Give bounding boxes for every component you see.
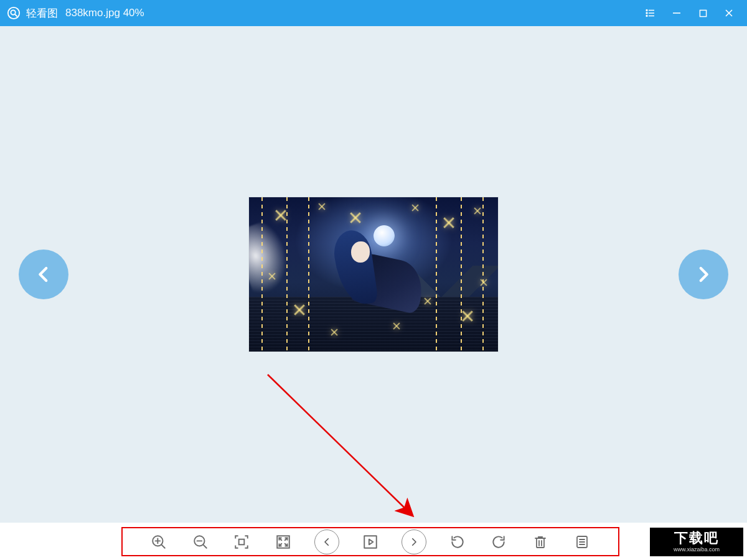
- chevron-right-icon: [408, 536, 420, 548]
- rotate-right-button[interactable]: [488, 531, 509, 553]
- fullscreen-icon: [275, 534, 291, 550]
- zoom-in-icon: [151, 534, 167, 550]
- image-viewport[interactable]: [0, 26, 747, 523]
- more-button[interactable]: [571, 531, 593, 553]
- minimize-button[interactable]: [664, 0, 690, 26]
- svg-marker-28: [369, 539, 374, 544]
- chevron-left-icon: [321, 536, 332, 548]
- play-icon: [362, 534, 378, 550]
- svg-line-15: [161, 544, 164, 548]
- svg-point-5: [646, 12, 647, 14]
- rotate-ccw-icon: [449, 534, 466, 550]
- maximize-button[interactable]: [690, 0, 716, 26]
- titlebar: 轻看图 838kmo.jpg 40%: [0, 0, 747, 26]
- delete-button[interactable]: [530, 531, 551, 553]
- toolbar: [121, 527, 619, 556]
- zoom-out-icon: [192, 534, 209, 550]
- slideshow-button[interactable]: [360, 531, 381, 553]
- toolbar-next-button[interactable]: [402, 530, 426, 554]
- svg-point-3: [646, 10, 647, 11]
- toolbar-prev-button[interactable]: [314, 530, 339, 554]
- watermark: 下载吧 www.xiazaiba.com: [650, 528, 743, 556]
- zoom-out-button[interactable]: [190, 531, 211, 553]
- app-logo-icon: [6, 6, 21, 21]
- image-preview: [249, 197, 498, 352]
- svg-point-1: [11, 10, 15, 14]
- fullscreen-button[interactable]: [273, 531, 294, 553]
- app-name: 轻看图: [26, 6, 58, 21]
- chevron-right-icon: [693, 264, 714, 285]
- bottom-bar: 下载吧 www.xiazaiba.com: [0, 523, 747, 560]
- prev-image-button[interactable]: [19, 250, 68, 299]
- close-button[interactable]: [716, 0, 742, 26]
- zoom-level: 40%: [123, 7, 144, 19]
- svg-line-2: [15, 14, 17, 17]
- svg-point-7: [646, 16, 647, 17]
- zoom-in-button[interactable]: [148, 531, 169, 553]
- actual-size-button[interactable]: [231, 531, 252, 553]
- fit-icon: [233, 534, 250, 550]
- file-info: 838kmo.jpg 40%: [65, 7, 144, 19]
- menu-button[interactable]: [637, 0, 664, 26]
- svg-rect-27: [364, 536, 377, 548]
- rotate-left-button[interactable]: [447, 531, 468, 553]
- trash-icon: [533, 534, 548, 549]
- next-image-button[interactable]: [679, 250, 728, 299]
- svg-rect-21: [239, 539, 245, 544]
- watermark-text: 下载吧: [674, 531, 719, 545]
- svg-line-19: [203, 544, 206, 548]
- filename: 838kmo.jpg: [65, 7, 120, 19]
- rotate-cw-icon: [491, 534, 507, 550]
- chevron-left-icon: [33, 264, 54, 285]
- list-icon: [575, 534, 590, 549]
- app-window: 轻看图 838kmo.jpg 40%: [0, 0, 747, 560]
- svg-point-0: [8, 7, 19, 19]
- watermark-url: www.xiazaiba.com: [674, 546, 720, 553]
- svg-rect-10: [700, 10, 706, 16]
